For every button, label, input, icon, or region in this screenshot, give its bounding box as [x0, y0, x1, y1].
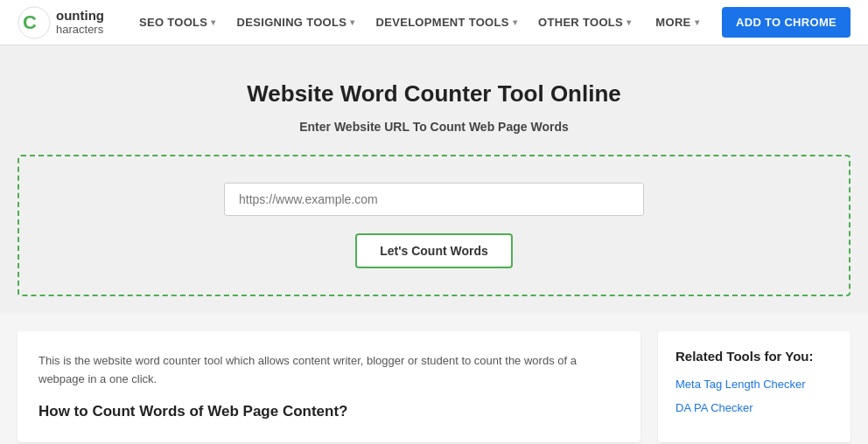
chevron-down-icon: ▾: [626, 17, 631, 27]
tool-area: Let's Count Words: [18, 155, 850, 296]
url-input[interactable]: [224, 183, 644, 216]
svg-text:C: C: [23, 11, 37, 33]
chevron-down-icon: ▾: [695, 17, 699, 27]
page-subtitle: Enter Website URL To Count Web Page Word…: [18, 120, 850, 134]
bottom-section: This is the website word counter tool wh…: [0, 314, 868, 444]
page-title: Website Word Counter Tool Online: [18, 80, 850, 108]
add-to-chrome-button[interactable]: ADD TO CHROME: [722, 7, 850, 38]
nav-item-more[interactable]: MORE ▾: [647, 0, 708, 45]
related-card: Related Tools for You: Meta Tag Length C…: [658, 331, 850, 442]
count-words-button[interactable]: Let's Count Words: [355, 233, 513, 268]
nav-item-development[interactable]: DEVELOPMENT TOOLS ▾: [368, 0, 527, 45]
logo-icon: C: [18, 6, 51, 39]
related-link-dapa[interactable]: DA PA Checker: [676, 401, 833, 414]
main-content: Website Word Counter Tool Online Enter W…: [0, 45, 868, 314]
info-card: This is the website word counter tool wh…: [18, 331, 640, 442]
related-title: Related Tools for You:: [676, 349, 833, 364]
info-description: This is the website word counter tool wh…: [38, 352, 620, 389]
logo-line1: ounting: [56, 9, 104, 24]
nav-links: SEO TOOLS ▾ DESIGNING TOOLS ▾ DEVELOPMEN…: [130, 0, 722, 45]
logo[interactable]: C ounting haracters: [18, 6, 104, 39]
nav-item-designing[interactable]: DESIGNING TOOLS ▾: [228, 0, 364, 45]
howto-heading: How to Count Words of Web Page Content?: [38, 403, 620, 420]
chevron-down-icon: ▾: [350, 17, 354, 27]
chevron-down-icon: ▾: [211, 17, 215, 27]
related-link-metatag[interactable]: Meta Tag Length Checker: [676, 378, 833, 391]
nav-item-seo[interactable]: SEO TOOLS ▾: [130, 0, 225, 45]
chevron-down-icon: ▾: [513, 17, 517, 27]
logo-line2: haracters: [56, 24, 104, 36]
nav-item-other[interactable]: OTHER TOOLS ▾: [529, 0, 640, 45]
navbar: C ounting haracters SEO TOOLS ▾ DESIGNIN…: [0, 0, 868, 45]
